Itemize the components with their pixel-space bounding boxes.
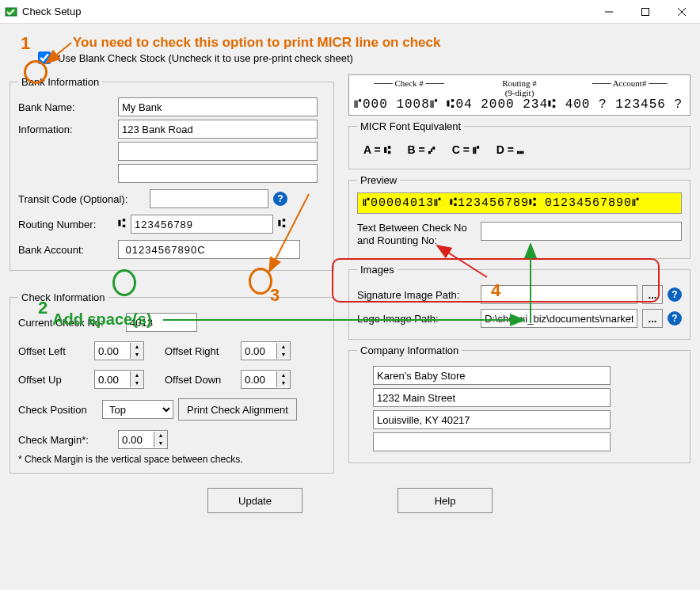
titlebar: Check Setup bbox=[0, 0, 700, 24]
company-info-legend: Company Information bbox=[357, 344, 462, 356]
window-title: Check Setup bbox=[22, 6, 591, 17]
help-icon[interactable]: ? bbox=[273, 192, 287, 206]
app-icon bbox=[5, 6, 17, 18]
annotation-text-1: You need to check this option to print M… bbox=[73, 35, 440, 51]
help-icon[interactable]: ? bbox=[668, 287, 682, 302]
images-group: Images Signature Image Path: ... ? Logo … bbox=[348, 264, 690, 340]
sig-browse-button[interactable]: ... bbox=[642, 285, 663, 304]
bank-name-input[interactable] bbox=[118, 97, 318, 116]
offset-left-label: Offset Left bbox=[18, 345, 89, 357]
logo-path-label: Logo Image Path: bbox=[357, 313, 476, 325]
micr-c: C = ⑈ bbox=[452, 143, 479, 156]
text-between-input[interactable] bbox=[481, 222, 682, 241]
svg-rect-2 bbox=[642, 8, 649, 15]
company-line-4[interactable] bbox=[373, 432, 611, 451]
use-blank-stock-label: Use Blank Check Stock (Uncheck it to use… bbox=[58, 52, 353, 64]
offset-right-spinner[interactable]: ▲▼ bbox=[241, 341, 291, 360]
check-info-group: Check Information Current Check No: Offs… bbox=[10, 291, 334, 474]
bank-info-input-1[interactable] bbox=[118, 120, 318, 139]
update-button[interactable]: Update bbox=[207, 488, 302, 513]
logo-browse-button[interactable]: ... bbox=[642, 309, 663, 328]
preview-legend: Preview bbox=[357, 174, 400, 186]
transit-label: Transit Code (Optional): bbox=[18, 193, 145, 205]
micr-sample-line: ⑈000 1008⑈ ⑆04 2000 234⑆ 400 ? 123456 ? bbox=[354, 97, 685, 112]
transit-input[interactable] bbox=[150, 189, 268, 208]
preview-line: ⑈00004013⑈ ⑆123456789⑆ 01234567890⑈ bbox=[357, 192, 682, 214]
check-margin-spinner[interactable]: ▲▼ bbox=[118, 430, 168, 449]
offset-down-label: Offset Down bbox=[165, 374, 236, 386]
routing-suffix-symbol: ⑆ bbox=[278, 217, 286, 231]
offset-up-spinner[interactable]: ▲▼ bbox=[94, 370, 144, 389]
bank-info-group: Bank Information Bank Name: Information: bbox=[10, 76, 334, 271]
annotation-number-1: 1 bbox=[21, 33, 30, 54]
micr-d: D = ⑉ bbox=[496, 143, 523, 156]
preview-group: Preview ⑈00004013⑈ ⑆123456789⑆ 012345678… bbox=[348, 174, 690, 259]
routing-prefix-symbol: ⑆ bbox=[118, 217, 126, 231]
check-position-label: Check Position bbox=[18, 404, 97, 416]
company-line-1[interactable] bbox=[373, 366, 611, 385]
bank-info-input-3[interactable] bbox=[118, 164, 318, 183]
maximize-button[interactable] bbox=[627, 0, 664, 24]
text-between-label: Text Between Check No and Rounting No: bbox=[357, 222, 476, 247]
use-blank-stock-checkbox[interactable] bbox=[38, 51, 51, 64]
check-margin-note: * Check Margin is the vertical space bet… bbox=[18, 454, 325, 465]
current-check-input[interactable] bbox=[126, 313, 197, 332]
micr-equiv-legend: MICR Font Equivalent bbox=[357, 120, 464, 132]
sig-path-input[interactable] bbox=[481, 285, 637, 304]
offset-down-spinner[interactable]: ▲▼ bbox=[241, 370, 291, 389]
routing-label: Routing Number: bbox=[18, 219, 113, 230]
current-check-label: Current Check No: bbox=[18, 317, 121, 329]
account-input[interactable] bbox=[118, 240, 300, 259]
bank-name-label: Bank Name: bbox=[18, 101, 113, 113]
check-margin-label: Check Margin*: bbox=[18, 434, 113, 446]
bank-info-legend: Bank Information bbox=[18, 76, 102, 88]
offset-left-spinner[interactable]: ▲▼ bbox=[94, 341, 144, 360]
bank-info-input-2[interactable] bbox=[118, 142, 318, 161]
micr-sample-box: ─── Check # ─── Routing # (9-digit) ─── … bbox=[348, 74, 690, 116]
help-icon[interactable]: ? bbox=[668, 311, 682, 325]
offset-right-label: Offset Right bbox=[165, 345, 236, 357]
print-alignment-button[interactable]: Print Check Alignment bbox=[178, 398, 297, 421]
micr-a: A = ⑆ bbox=[363, 143, 390, 156]
help-button[interactable]: Help bbox=[398, 488, 493, 513]
micr-b: B = ⑇ bbox=[408, 143, 435, 156]
logo-path-input[interactable] bbox=[481, 309, 637, 328]
sig-path-label: Signature Image Path: bbox=[357, 289, 476, 301]
company-info-group: Company Information bbox=[348, 344, 690, 463]
company-line-2[interactable] bbox=[373, 388, 611, 407]
micr-equiv-group: MICR Font Equivalent A = ⑆ B = ⑇ C = ⑈ D… bbox=[348, 120, 690, 169]
check-position-select[interactable]: Top bbox=[102, 400, 173, 419]
images-legend: Images bbox=[357, 264, 398, 276]
offset-up-label: Offset Up bbox=[18, 374, 89, 386]
check-info-legend: Check Information bbox=[18, 291, 108, 303]
minimize-button[interactable] bbox=[591, 0, 627, 24]
routing-input[interactable] bbox=[131, 215, 273, 234]
close-button[interactable] bbox=[664, 0, 700, 24]
company-line-3[interactable] bbox=[373, 410, 611, 429]
bank-info-label: Information: bbox=[18, 124, 113, 135]
account-label: Bank Account: bbox=[18, 244, 113, 256]
